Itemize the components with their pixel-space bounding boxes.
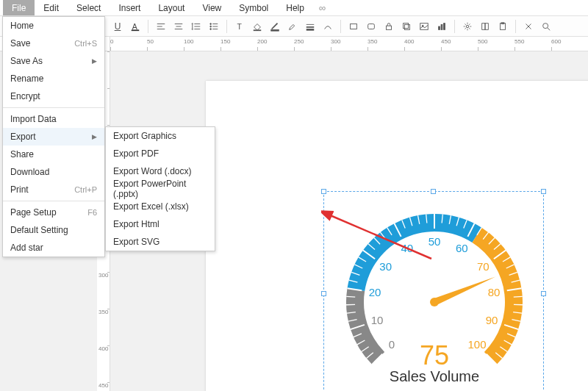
svg-rect-27 — [404, 24, 409, 29]
menu-edit[interactable]: Edit — [35, 0, 68, 15]
file-menu-print[interactable]: PrintCtrl+P — [3, 181, 104, 198]
svg-line-47 — [346, 296, 355, 297]
export-export-svg[interactable]: Export SVG — [106, 233, 215, 251]
connector-button[interactable] — [320, 18, 336, 35]
svg-point-13 — [210, 28, 212, 29]
shape-layers-button[interactable] — [398, 18, 415, 35]
svg-text:10: 10 — [371, 314, 384, 326]
file-menu-save-as[interactable]: Save As▶ — [3, 52, 104, 70]
svg-rect-26 — [404, 23, 409, 28]
export-export-pdf[interactable]: Export PDF — [106, 145, 215, 162]
svg-point-11 — [210, 23, 212, 24]
svg-rect-18 — [254, 29, 262, 31]
svg-text:A: A — [132, 21, 137, 30]
menu-view[interactable]: View — [193, 0, 230, 15]
export-export-word-docx-[interactable]: Export Word (.docx) — [106, 162, 215, 180]
file-menu-default-setting[interactable]: Default Setting — [3, 221, 104, 239]
file-menu-download[interactable]: Download — [3, 163, 104, 181]
shape-rounded-button[interactable] — [363, 18, 379, 35]
svg-text:90: 90 — [486, 314, 498, 326]
highlight-button[interactable] — [284, 18, 301, 35]
svg-line-79 — [514, 296, 523, 297]
file-menu: HomeSaveCtrl+SSave As▶RenameEncryptImpor… — [2, 16, 105, 257]
shape-lock-button[interactable] — [381, 18, 397, 35]
file-menu-rename[interactable]: Rename — [3, 70, 104, 87]
svg-point-100 — [430, 298, 439, 306]
svg-rect-25 — [387, 26, 392, 29]
svg-text:30: 30 — [379, 260, 392, 273]
text-tool-button[interactable]: T — [232, 18, 248, 35]
svg-text:80: 80 — [488, 286, 501, 298]
export-export-html[interactable]: Export Html — [106, 215, 215, 233]
line-spacing-button[interactable] — [188, 18, 204, 35]
svg-text:60: 60 — [456, 242, 468, 254]
line-color-button[interactable] — [267, 18, 283, 35]
file-menu-import-data[interactable]: Import Data — [3, 110, 104, 128]
menu-insert[interactable]: Insert — [110, 0, 149, 15]
line-style-button[interactable] — [302, 18, 318, 35]
align-center-button[interactable] — [171, 18, 187, 35]
file-menu-share[interactable]: Share — [3, 146, 104, 163]
file-menu-page-setup[interactable]: Page SetupF6 — [3, 204, 104, 221]
infinity-icon: ∞ — [313, 0, 331, 15]
gear-icon[interactable] — [459, 18, 476, 35]
svg-rect-31 — [441, 24, 442, 29]
fill-color-button[interactable] — [249, 18, 265, 35]
svg-text:50: 50 — [429, 235, 441, 248]
menu-file[interactable]: File — [3, 0, 35, 15]
file-menu-save[interactable]: SaveCtrl+S — [3, 35, 104, 52]
clipboard-icon[interactable] — [495, 18, 511, 35]
ruler-horizontal: 050100150200250300350400450500550600650 — [110, 37, 588, 51]
tools-icon[interactable] — [520, 18, 537, 35]
export-export-powerpoint-pptx-[interactable]: Export PowerPoint (.pptx) — [106, 180, 215, 198]
file-menu-encrypt[interactable]: Encrypt — [3, 87, 104, 105]
image-button[interactable] — [416, 18, 432, 35]
underline-button[interactable]: U — [110, 18, 126, 35]
gauge-chart[interactable]: 0102030405060708090100 75 Sales Volume — [324, 192, 545, 391]
svg-text:20: 20 — [369, 286, 381, 298]
gauge-value: 75 — [324, 340, 545, 371]
export-export-excel-xlsx-[interactable]: Export Excel (.xlsx) — [106, 198, 215, 215]
search-icon[interactable] — [538, 18, 554, 35]
export-submenu: Export GraphicsExport PDFExport Word (.d… — [105, 126, 215, 251]
shape-rect-button[interactable] — [345, 18, 362, 35]
file-menu-export[interactable]: Export▶ — [3, 128, 104, 146]
svg-rect-1 — [132, 29, 140, 31]
svg-rect-19 — [271, 29, 279, 31]
menu-layout[interactable]: Layout — [149, 0, 193, 15]
svg-point-33 — [466, 25, 469, 28]
svg-rect-23 — [351, 24, 357, 29]
svg-rect-24 — [368, 24, 375, 29]
selection-box[interactable]: 0102030405060708090100 75 Sales Volume — [323, 191, 544, 391]
export-export-graphics[interactable]: Export Graphics — [106, 127, 215, 145]
align-left-button[interactable] — [153, 18, 169, 35]
svg-line-37 — [548, 27, 551, 30]
menu-help[interactable]: Help — [277, 0, 313, 15]
svg-text:40: 40 — [401, 242, 413, 254]
svg-rect-30 — [439, 26, 440, 29]
bullets-button[interactable] — [206, 18, 222, 35]
svg-point-36 — [543, 23, 548, 28]
font-color-button[interactable]: A — [127, 18, 143, 35]
file-menu-add-star[interactable]: Add star — [3, 239, 104, 257]
svg-text:70: 70 — [477, 260, 490, 273]
chart-button[interactable] — [434, 18, 450, 35]
menu-select[interactable]: Select — [68, 0, 110, 15]
book-icon[interactable] — [477, 18, 493, 35]
gauge-title: Sales Volume — [324, 368, 545, 385]
svg-rect-32 — [444, 23, 445, 29]
svg-point-12 — [210, 26, 212, 27]
svg-text:T: T — [237, 21, 243, 30]
menu-symbol[interactable]: Symbol — [230, 0, 277, 15]
menubar: File Edit Select Insert Layout View Symb… — [0, 0, 588, 16]
file-menu-home[interactable]: Home — [3, 17, 104, 35]
